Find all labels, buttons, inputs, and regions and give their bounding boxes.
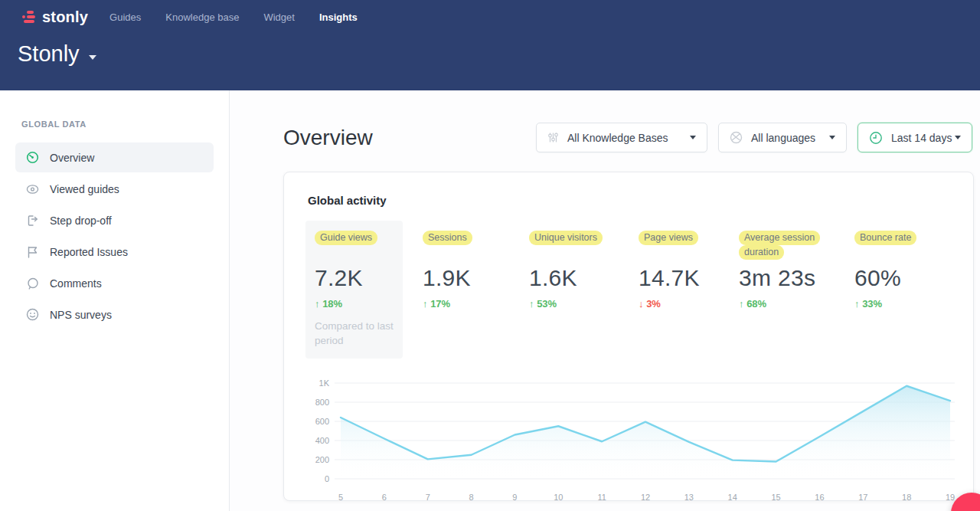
metric-delta: ↑ 18% <box>315 298 394 310</box>
date-range-filter-value: Last 14 days <box>891 132 952 144</box>
chevron-down-icon <box>955 136 961 139</box>
clock-icon <box>869 131 883 145</box>
eye-icon <box>26 182 39 195</box>
trend-arrow-icon: ↓ <box>639 298 644 310</box>
svg-text:8: 8 <box>469 493 474 502</box>
metric-value: 14.7K <box>639 265 719 291</box>
global-activity-card: Global activity Guide views 7.2K ↑ 18% C… <box>283 172 974 501</box>
sidebar-item-label: Comments <box>50 277 102 290</box>
sidebar-item-viewed-guides[interactable]: Viewed guides <box>15 174 214 204</box>
metric-value: 1.9K <box>423 265 509 291</box>
nav-item-guides[interactable]: Guides <box>109 7 141 28</box>
sidebar-item-label: Step drop-off <box>50 215 112 227</box>
workspace-selector[interactable]: Stonly <box>0 28 980 67</box>
svg-text:7: 7 <box>426 493 430 502</box>
metric-guide-views[interactable]: Guide views 7.2K ↑ 18% Compared to last … <box>305 221 403 359</box>
metric-unique-visitors[interactable]: Unique visitors 1.6K ↑ 53% <box>529 221 619 310</box>
activity-area-chart[interactable]: 02004006008001K5678910111213141516171819 <box>304 375 956 506</box>
metrics-row: Guide views 7.2K ↑ 18% Compared to last … <box>284 207 973 359</box>
metric-value: 60% <box>854 265 937 291</box>
nav-item-knowledge-base[interactable]: Knowledge base <box>165 7 239 28</box>
sidebar-section-title: GLOBAL DATA <box>21 120 214 129</box>
metric-delta: ↑ 68% <box>739 298 835 310</box>
metric-page-views[interactable]: Page views 14.7K ↓ 3% <box>639 221 719 310</box>
metric-sessions[interactable]: Sessions 1.9K ↑ 17% <box>423 221 509 310</box>
svg-text:16: 16 <box>815 493 824 502</box>
sidebar-item-comments[interactable]: Comments <box>15 268 214 298</box>
trend-arrow-icon: ↑ <box>423 298 428 310</box>
top-header: stonly Guides Knowledge base Widget Insi… <box>0 0 980 90</box>
svg-text:19: 19 <box>946 493 955 502</box>
workspace-title[interactable]: Stonly <box>18 41 80 67</box>
svg-text:200: 200 <box>315 455 329 464</box>
sidebar-item-overview[interactable]: Overview <box>15 142 214 172</box>
gauge-icon <box>26 151 39 164</box>
stonly-logo[interactable]: stonly <box>21 8 88 26</box>
main-content: Overview All Knowledge Bases All languag… <box>230 90 980 511</box>
metric-delta: ↑ 17% <box>423 298 509 310</box>
step-exit-icon <box>26 214 39 227</box>
chevron-down-icon <box>829 136 835 139</box>
svg-text:9: 9 <box>512 493 517 502</box>
svg-text:6: 6 <box>382 493 387 502</box>
metric-label: Average session duration <box>739 231 820 260</box>
svg-text:15: 15 <box>771 493 780 502</box>
activity-chart-wrap: 02004006008001K5678910111213141516171819 <box>284 359 973 509</box>
svg-text:18: 18 <box>902 493 911 502</box>
svg-text:11: 11 <box>597 493 606 502</box>
sidebar-item-nps-surveys[interactable]: NPS surveys <box>15 300 214 329</box>
metric-delta: ↑ 53% <box>529 298 619 310</box>
sliders-icon <box>547 132 559 143</box>
metric-delta: ↑ 33% <box>854 298 937 310</box>
metric-label: Sessions <box>423 231 472 245</box>
metric-label: Guide views <box>315 231 377 245</box>
svg-text:12: 12 <box>641 493 650 502</box>
trend-arrow-icon: ↑ <box>854 298 860 310</box>
svg-text:400: 400 <box>315 436 329 445</box>
nav-items: Guides Knowledge base Widget Insights <box>109 7 358 28</box>
metric-delta: ↓ 3% <box>639 298 719 310</box>
metric-note: Compared to last period <box>315 319 394 348</box>
stonly-logo-icon <box>21 10 38 25</box>
globe-icon <box>730 131 743 144</box>
sidebar-item-label: Reported Issues <box>50 246 128 258</box>
svg-text:600: 600 <box>315 417 329 426</box>
metric-value: 7.2K <box>315 265 394 291</box>
sidebar-item-step-drop-off[interactable]: Step drop-off <box>15 205 214 235</box>
main-nav: stonly Guides Knowledge base Widget Insi… <box>0 0 980 28</box>
svg-text:800: 800 <box>315 398 329 407</box>
knowledge-base-filter-value: All Knowledge Bases <box>567 132 668 144</box>
svg-text:17: 17 <box>858 493 867 502</box>
metric-label: Bounce rate <box>854 231 916 245</box>
sidebar: GLOBAL DATA Overview Viewed guides Step … <box>0 90 230 511</box>
sidebar-item-label: Overview <box>50 152 94 164</box>
metric-label: Page views <box>639 231 698 245</box>
flag-icon <box>26 245 39 258</box>
page-title: Overview <box>283 126 373 150</box>
nav-item-widget[interactable]: Widget <box>263 7 294 28</box>
date-range-filter-dropdown[interactable]: Last 14 days <box>858 123 972 152</box>
svg-text:5: 5 <box>338 493 343 502</box>
knowledge-base-filter-dropdown[interactable]: All Knowledge Bases <box>536 123 707 152</box>
nav-item-insights[interactable]: Insights <box>319 7 358 28</box>
svg-text:1K: 1K <box>319 378 330 388</box>
filters-bar: All Knowledge Bases All languages Last 1… <box>536 123 972 152</box>
svg-text:13: 13 <box>684 493 694 502</box>
metric-average-session-duration[interactable]: Average session duration 3m 23s ↑ 68% <box>739 221 835 310</box>
sidebar-item-label: Viewed guides <box>50 183 119 195</box>
trend-arrow-icon: ↑ <box>739 298 744 310</box>
language-filter-dropdown[interactable]: All languages <box>718 123 847 152</box>
metric-bounce-rate[interactable]: Bounce rate 60% ↑ 33% <box>854 221 937 310</box>
chevron-down-icon <box>690 136 696 139</box>
sidebar-item-label: NPS surveys <box>50 309 112 321</box>
chevron-down-icon <box>89 55 96 60</box>
svg-text:0: 0 <box>325 474 329 483</box>
metric-label: Unique visitors <box>529 231 603 245</box>
svg-text:14: 14 <box>728 493 737 502</box>
svg-text:10: 10 <box>554 493 563 502</box>
comment-icon <box>26 277 39 290</box>
metric-value: 3m 23s <box>739 265 835 291</box>
smiley-icon <box>26 308 39 321</box>
trend-arrow-icon: ↑ <box>529 298 534 310</box>
sidebar-item-reported-issues[interactable]: Reported Issues <box>15 237 214 267</box>
